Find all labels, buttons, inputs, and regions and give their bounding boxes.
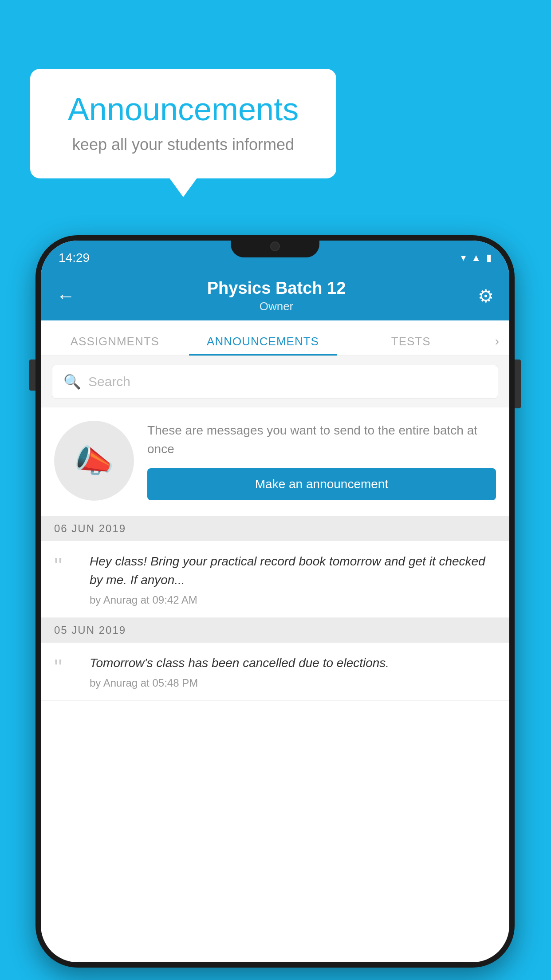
tab-more[interactable]: › [485,334,509,356]
header-title: Physics Batch 12 [207,279,346,298]
phone-notch [231,235,319,257]
tab-assignments[interactable]: ASSIGNMENTS [41,335,189,356]
announcement-message-2: Tomorrow's class has been cancelled due … [90,654,496,672]
quote-icon-1: " [54,554,79,577]
date-divider-2: 05 JUN 2019 [41,618,509,643]
header-subtitle: Owner [207,300,346,313]
promo-content: These are messages you want to send to t… [147,421,496,500]
announcement-text-1: Hey class! Bring your practical record b… [90,552,496,606]
speech-bubble-subtitle: keep all your students informed [57,135,310,154]
quote-icon-2: " [54,656,79,679]
announcement-message-1: Hey class! Bring your practical record b… [90,552,496,589]
speech-bubble-title: Announcements [57,91,310,127]
status-time: 14:29 [59,251,90,265]
settings-icon[interactable]: ⚙ [478,286,494,306]
announcement-item-1[interactable]: " Hey class! Bring your practical record… [41,541,509,618]
search-box[interactable]: 🔍 Search [52,365,498,399]
back-button[interactable]: ← [56,287,75,305]
tab-announcements[interactable]: ANNOUNCEMENTS [189,335,337,356]
promo-card: 📣 These are messages you want to send to… [41,407,509,516]
announcement-author-2: by Anurag at 05:48 PM [90,677,496,689]
app-header: ← Physics Batch 12 Owner ⚙ [41,272,509,320]
phone-screen: 14:29 ▾ ▲ ▮ ← Physics Batch 12 Owner ⚙ [41,241,509,962]
date-divider-1: 06 JUN 2019 [41,516,509,541]
make-announcement-button[interactable]: Make an announcement [147,468,496,500]
notch-camera [270,241,280,251]
battery-icon: ▮ [486,252,492,264]
status-icons: ▾ ▲ ▮ [461,252,492,264]
promo-description: These are messages you want to send to t… [147,421,496,458]
tab-tests[interactable]: TESTS [337,335,485,356]
promo-icon-circle: 📣 [54,421,134,501]
signal-icon: ▲ [471,252,481,264]
speech-bubble-container: Announcements keep all your students inf… [30,69,336,178]
speech-bubble: Announcements keep all your students inf… [30,69,336,178]
phone-mockup: 14:29 ▾ ▲ ▮ ← Physics Batch 12 Owner ⚙ [35,235,515,968]
search-container: 🔍 Search [41,356,509,407]
announcement-author-1: by Anurag at 09:42 AM [90,594,496,606]
search-input[interactable]: Search [88,374,130,389]
announcement-item-2[interactable]: " Tomorrow's class has been cancelled du… [41,643,509,701]
header-center: Physics Batch 12 Owner [207,279,346,313]
search-icon: 🔍 [63,373,81,390]
wifi-icon: ▾ [461,252,466,264]
phone-outer: 14:29 ▾ ▲ ▮ ← Physics Batch 12 Owner ⚙ [35,235,515,968]
tabs-bar: ASSIGNMENTS ANNOUNCEMENTS TESTS › [41,320,509,356]
announcement-text-2: Tomorrow's class has been cancelled due … [90,654,496,689]
megaphone-icon: 📣 [74,442,114,480]
